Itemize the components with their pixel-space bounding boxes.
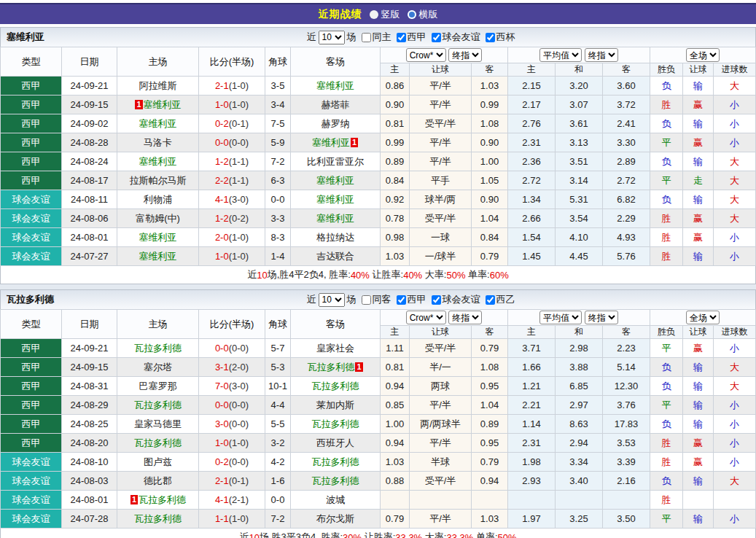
- home-team-cell[interactable]: 瓦拉多利德: [117, 339, 199, 358]
- away-team-cell[interactable]: 赫塔菲: [291, 95, 381, 114]
- odds-source-select[interactable]: Crow*: [406, 48, 446, 62]
- recent-count-select[interactable]: 10: [319, 293, 345, 307]
- team-name[interactable]: 马洛卡: [144, 137, 172, 148]
- home-team-cell[interactable]: 拉斯帕尔马斯: [117, 171, 199, 190]
- final-odds-select-2[interactable]: 终指: [585, 48, 618, 62]
- score-cell[interactable]: 0-2(0-0): [199, 453, 265, 472]
- home-team-cell[interactable]: 阿拉维斯: [117, 77, 199, 95]
- checkbox-input[interactable]: [486, 295, 495, 305]
- checkbox-input[interactable]: [362, 33, 371, 42]
- final-odds-select-1[interactable]: 终指: [448, 48, 482, 62]
- average-select[interactable]: 平均值: [539, 311, 582, 324]
- score-cell[interactable]: 1-0(1-0): [199, 434, 265, 453]
- away-team-cell[interactable]: 塞维利亚1: [291, 133, 381, 152]
- score-cell[interactable]: 3-1(2-0): [199, 358, 265, 377]
- team-name[interactable]: 皇家社会: [316, 343, 354, 354]
- full-match-select[interactable]: 全场: [686, 48, 720, 62]
- score-cell[interactable]: 1-1(1-0): [199, 510, 265, 529]
- away-team-cell[interactable]: 塞维利亚: [291, 77, 381, 95]
- home-team-cell[interactable]: 利物浦: [117, 190, 199, 209]
- home-team-cell[interactable]: 图卢兹: [117, 453, 199, 472]
- filter-checkbox-3[interactable]: 西杯: [483, 31, 515, 44]
- checkbox-input[interactable]: [397, 295, 406, 305]
- team-name[interactable]: 图卢兹: [144, 456, 172, 467]
- score-cell[interactable]: 2-0(1-0): [199, 228, 265, 247]
- filter-checkbox-2[interactable]: 球会友谊: [429, 31, 480, 44]
- team-name[interactable]: 瓦拉多利德: [312, 381, 359, 391]
- team-name[interactable]: 巴塞罗那: [139, 381, 177, 391]
- team-name[interactable]: 瓦拉多利德: [312, 418, 359, 429]
- layout-option-horizontal[interactable]: 横版: [408, 8, 438, 21]
- away-team-cell[interactable]: 波城: [291, 491, 381, 510]
- home-team-cell[interactable]: 瓦拉多利德: [117, 510, 199, 529]
- team-name[interactable]: 塞维利亚: [312, 137, 350, 148]
- away-team-cell[interactable]: 瓦拉多利德: [291, 377, 381, 396]
- team-name[interactable]: 瓦拉多利德: [134, 343, 182, 354]
- team-name[interactable]: 瓦拉多利德: [307, 362, 354, 373]
- team-name[interactable]: 格拉纳达: [316, 232, 354, 243]
- team-name[interactable]: 塞维利亚: [139, 156, 177, 167]
- filter-checkbox-0[interactable]: 同主: [359, 31, 391, 44]
- team-name[interactable]: 塞维利亚: [316, 175, 354, 186]
- score-cell[interactable]: 0-0(0-0): [199, 339, 265, 358]
- average-select[interactable]: 平均值: [539, 48, 582, 62]
- team-name[interactable]: 塞维利亚: [139, 118, 177, 129]
- team-name[interactable]: 瓦拉多利德: [312, 475, 359, 486]
- away-team-cell[interactable]: 比利亚雷亚尔: [291, 152, 381, 171]
- away-team-cell[interactable]: 莱加内斯: [291, 396, 381, 415]
- away-team-cell[interactable]: 皇家社会: [291, 339, 381, 358]
- full-match-select[interactable]: 全场: [686, 311, 720, 324]
- team-name[interactable]: 拉斯帕尔马斯: [130, 175, 187, 186]
- score-cell[interactable]: 2-1(0-1): [199, 472, 265, 491]
- team-name[interactable]: 塞维利亚: [316, 213, 354, 224]
- team-name[interactable]: 布尔戈斯: [316, 513, 354, 524]
- checkbox-input[interactable]: [397, 33, 406, 42]
- team-name[interactable]: 吉达联合: [316, 251, 354, 262]
- home-team-cell[interactable]: 皇家马德里: [117, 415, 199, 434]
- team-name[interactable]: 波城: [326, 494, 345, 505]
- team-name[interactable]: 塞维利亚: [139, 251, 177, 262]
- score-cell[interactable]: 0-0(0-0): [199, 396, 265, 415]
- home-team-cell[interactable]: 塞尔塔: [117, 358, 199, 377]
- home-team-cell[interactable]: 德比郡: [117, 472, 199, 491]
- team-name[interactable]: 赫罗纳: [322, 118, 350, 129]
- score-cell[interactable]: 1-0(1-0): [199, 247, 265, 266]
- filter-checkbox-2[interactable]: 球会友谊: [429, 293, 480, 306]
- team-name[interactable]: 塞维利亚: [316, 80, 354, 91]
- team-name[interactable]: 瓦拉多利德: [134, 399, 182, 410]
- checkbox-input[interactable]: [486, 33, 495, 42]
- team-name[interactable]: 塞维利亚: [139, 232, 177, 243]
- team-name[interactable]: 瓦拉多利德: [312, 456, 359, 467]
- odds-source-select[interactable]: Crow*: [406, 311, 446, 324]
- team-name[interactable]: 瓦拉多利德: [134, 437, 182, 448]
- team-name[interactable]: 西班牙人: [316, 437, 354, 448]
- checkbox-input[interactable]: [432, 295, 441, 305]
- filter-checkbox-3[interactable]: 西乙: [483, 293, 515, 306]
- score-cell[interactable]: 4-1(3-0): [199, 190, 265, 209]
- away-team-cell[interactable]: 格拉纳达: [291, 228, 381, 247]
- team-name[interactable]: 富勒姆(中): [136, 213, 180, 224]
- away-team-cell[interactable]: 塞维利亚: [291, 171, 381, 190]
- away-team-cell[interactable]: 塞维利亚: [291, 209, 381, 228]
- checkbox-input[interactable]: [362, 295, 371, 305]
- team-name[interactable]: 塞维利亚: [316, 194, 354, 205]
- team-name[interactable]: 利物浦: [144, 194, 172, 205]
- away-team-cell[interactable]: 吉达联合: [291, 247, 381, 266]
- team-name[interactable]: 瓦拉多利德: [139, 494, 186, 505]
- layout-option-vertical[interactable]: 竖版: [370, 8, 400, 21]
- home-team-cell[interactable]: 瓦拉多利德: [117, 434, 199, 453]
- team-name[interactable]: 塞尔塔: [144, 362, 172, 373]
- checkbox-input[interactable]: [432, 33, 441, 42]
- score-cell[interactable]: 2-2(1-1): [199, 171, 265, 190]
- score-cell[interactable]: 4-1(2-1): [199, 491, 265, 510]
- home-team-cell[interactable]: 富勒姆(中): [117, 209, 199, 228]
- team-name[interactable]: 阿拉维斯: [139, 80, 177, 91]
- home-team-cell[interactable]: 塞维利亚: [117, 228, 199, 247]
- away-team-cell[interactable]: 瓦拉多利德: [291, 453, 381, 472]
- filter-checkbox-0[interactable]: 同客: [359, 293, 391, 306]
- final-odds-select-1[interactable]: 终指: [448, 311, 482, 324]
- home-team-cell[interactable]: 塞维利亚: [117, 152, 199, 171]
- home-team-cell[interactable]: 瓦拉多利德: [117, 396, 199, 415]
- away-team-cell[interactable]: 西班牙人: [291, 434, 381, 453]
- filter-checkbox-1[interactable]: 西甲: [394, 293, 426, 306]
